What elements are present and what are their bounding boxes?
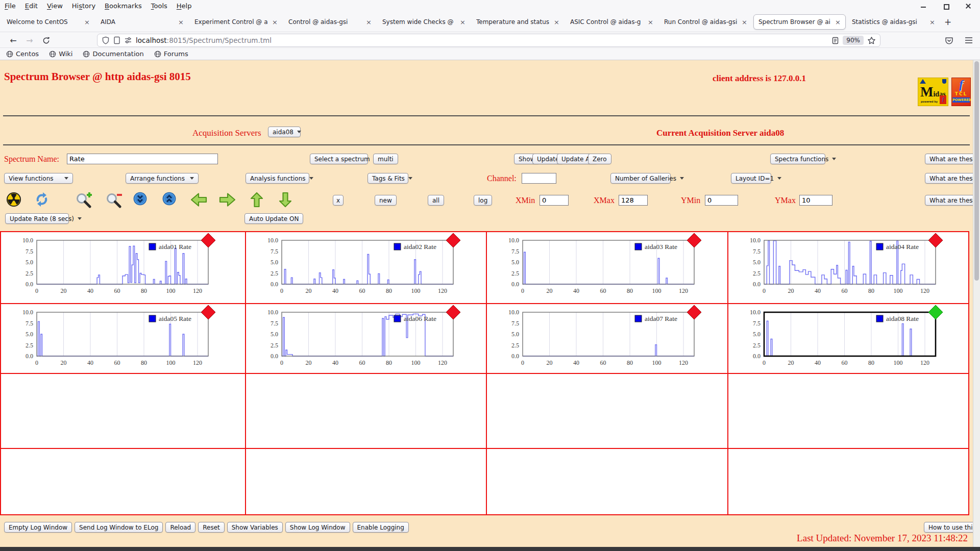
zoom-out-icon[interactable] — [105, 192, 122, 210]
number-of-galleries-select[interactable]: Number of Galleries — [610, 173, 671, 184]
zoom-in-icon[interactable] — [75, 192, 92, 210]
xmin-input[interactable] — [540, 195, 569, 206]
acquisition-server-select[interactable]: aida08 — [268, 127, 301, 137]
forward-button[interactable]: → — [23, 34, 36, 46]
reload-button[interactable]: Reload — [165, 522, 195, 533]
ymin-input[interactable] — [705, 195, 738, 206]
arrow-right-icon[interactable] — [219, 192, 236, 210]
log-button[interactable]: log — [474, 195, 492, 206]
menu-help[interactable]: Help — [172, 0, 197, 12]
multi-button[interactable]: multi — [373, 154, 398, 164]
update-rate-select[interactable]: Update Rate (8 secs) — [5, 213, 69, 224]
spectrum-cell-aida01-rate[interactable]: 0.02.55.07.510.0020406080100120aida01 Ra… — [1, 232, 246, 304]
tags-fits-select[interactable]: Tags & Fits — [368, 173, 408, 184]
spectrum-cell-aida03-rate[interactable]: 0.02.55.07.510.0020406080100120aida03 Ra… — [487, 232, 728, 304]
arrow-down-icon[interactable] — [279, 192, 292, 210]
spectrum-cell-aida05-rate[interactable]: 0.02.55.07.510.0020406080100120aida05 Ra… — [1, 304, 246, 374]
ymax-input[interactable] — [799, 195, 832, 206]
app-menu-icon[interactable] — [965, 37, 973, 44]
new-button[interactable]: new — [375, 195, 397, 206]
auto-update-button[interactable]: Auto Update ON — [244, 213, 303, 224]
reader-mode-icon[interactable] — [831, 37, 839, 44]
select-a-spectrum[interactable]: Select a spectrum — [310, 154, 368, 164]
tab-system-wide-checks[interactable]: System wide Checks @× — [378, 14, 470, 30]
tab-close-icon[interactable]: × — [460, 18, 465, 26]
url-bar[interactable]: localhost:8015/Spectrum/Spectrum.tml 90% — [97, 34, 880, 47]
scrollbar[interactable] — [973, 60, 980, 547]
menu-edit[interactable]: Edit — [20, 0, 42, 12]
spectrum-cell-aida06-rate[interactable]: 0.02.55.07.510.0020406080100120aida06 Ra… — [246, 304, 487, 374]
tab-close-icon[interactable]: × — [929, 18, 935, 26]
menu-history[interactable]: History — [67, 0, 100, 12]
new-tab-button[interactable]: + — [941, 15, 954, 29]
tab-statistics-aidas-gsi[interactable]: Statistics @ aidas-gsi× — [847, 14, 940, 30]
menu-file[interactable]: File — [0, 0, 20, 12]
close-window-button[interactable] — [965, 3, 972, 10]
bookmark-star-icon[interactable] — [867, 36, 876, 45]
what-are-these-button[interactable]: What are these? — [925, 173, 973, 184]
spectrum-cell-aida07-rate[interactable]: 0.02.55.07.510.0020406080100120aida07 Ra… — [487, 304, 728, 374]
back-button[interactable]: ← — [7, 34, 19, 46]
radiation-icon[interactable] — [6, 192, 21, 209]
analysis-functions-select[interactable]: Analysis functions — [246, 173, 309, 184]
spectra-functions-select[interactable]: Spectra functions — [770, 154, 825, 164]
spectrum-cell-aida04-rate[interactable]: 0.02.55.07.510.0020406080100120aida04 Ra… — [728, 232, 969, 304]
zero-button[interactable]: Zero — [588, 154, 611, 164]
x-button[interactable]: x — [333, 195, 344, 206]
site-permissions-icon[interactable] — [124, 36, 132, 44]
tab-aida[interactable]: AIDA× — [96, 14, 188, 30]
bookmark-forums[interactable]: Forums — [154, 50, 188, 58]
menu-view[interactable]: View — [42, 0, 67, 12]
maximize-button[interactable] — [942, 3, 949, 10]
tracking-protection-shield-icon[interactable] — [102, 36, 110, 44]
arrange-functions-select[interactable]: Arrange functions — [126, 173, 199, 184]
url-text[interactable]: localhost:8015/Spectrum/Spectrum.tml — [136, 36, 828, 44]
tab-close-icon[interactable]: × — [366, 18, 372, 26]
spectrum-cell-aida08-rate[interactable]: 0.02.55.07.510.0020406080100120aida08 Ra… — [728, 304, 969, 374]
arrow-up-icon[interactable] — [250, 192, 263, 210]
tab-spectrum-browser-ai[interactable]: Spectrum Browser @ ai× — [753, 14, 846, 30]
send-log-window-to-elog-button[interactable]: Send Log Window to ELog — [75, 522, 163, 533]
how-to-use-button[interactable]: How to use this page — [924, 522, 973, 533]
what-are-these-button[interactable]: What are these? — [925, 154, 973, 164]
tab-close-icon[interactable]: × — [742, 18, 747, 26]
tab-welcome-to-centos[interactable]: Welcome to CentOS× — [2, 14, 94, 30]
tab-control-aidas-gsi[interactable]: Control @ aidas-gsi× — [284, 14, 376, 30]
tab-run-control-aidas-gsi[interactable]: Run Control @ aidas-gsi× — [659, 14, 752, 30]
scrollbar-thumb[interactable] — [974, 61, 979, 281]
tab-close-icon[interactable]: × — [648, 18, 653, 26]
arrow-left-icon[interactable] — [190, 192, 207, 210]
bookmark-centos[interactable]: Centos — [6, 50, 39, 58]
tab-close-icon[interactable]: × — [178, 18, 184, 26]
expand-all-icon[interactable] — [162, 192, 176, 208]
collapse-all-icon[interactable] — [133, 192, 147, 208]
menu-bookmarks[interactable]: Bookmarks — [100, 0, 146, 12]
menu-tools[interactable]: Tools — [146, 0, 172, 12]
tab-close-icon[interactable]: × — [84, 18, 90, 26]
tab-temperature-and-status[interactable]: Temperature and status× — [472, 14, 564, 30]
tab-close-icon[interactable]: × — [272, 18, 278, 26]
minimize-button[interactable] — [920, 3, 927, 10]
tab-close-icon[interactable]: × — [554, 18, 559, 26]
pocket-icon[interactable] — [945, 36, 953, 45]
spectrum-cell-aida02-rate[interactable]: 0.02.55.07.510.0020406080100120aida02 Ra… — [246, 232, 487, 304]
view-functions-select[interactable]: View functions — [4, 173, 73, 184]
bookmark-documentation[interactable]: Documentation — [83, 50, 143, 58]
spectrum-name-input[interactable] — [67, 154, 218, 164]
all-button[interactable]: all — [428, 195, 444, 206]
enable-logging-button[interactable]: Enable Logging — [353, 522, 409, 533]
tab-asic-control-aidas-g[interactable]: ASIC Control @ aidas-g× — [566, 14, 658, 30]
tab-experiment-control-a[interactable]: Experiment Control @ a× — [190, 14, 282, 30]
reset-button[interactable]: Reset — [198, 522, 225, 533]
tab-close-icon[interactable]: × — [835, 18, 841, 26]
refresh-icon[interactable] — [34, 192, 50, 209]
show-variables-button[interactable]: Show Variables — [227, 522, 283, 533]
zoom-level-badge[interactable]: 90% — [843, 36, 864, 45]
show-log-window-button[interactable]: Show Log Window — [285, 522, 350, 533]
layout-id-select[interactable]: Layout ID=1 — [731, 173, 771, 184]
empty-log-window-button[interactable]: Empty Log Window — [4, 522, 72, 533]
what-are-these-button[interactable]: What are these? — [925, 195, 973, 206]
bookmark-wiki[interactable]: Wiki — [49, 50, 72, 58]
xmax-input[interactable] — [619, 195, 648, 206]
reload-button[interactable] — [40, 34, 52, 46]
